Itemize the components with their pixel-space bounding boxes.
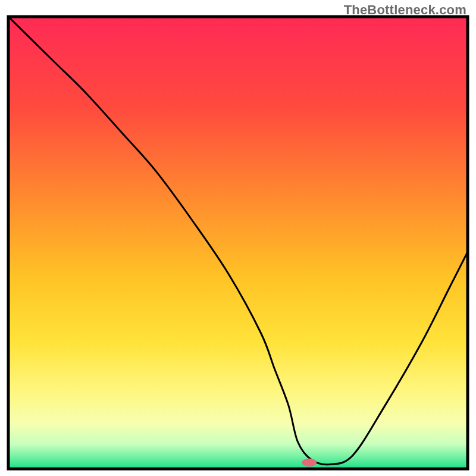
chart-container: TheBottleneck.com xyxy=(0,0,476,476)
bottleneck-chart xyxy=(0,0,476,476)
optimum-marker xyxy=(302,459,317,467)
watermark-text: TheBottleneck.com xyxy=(344,2,466,18)
